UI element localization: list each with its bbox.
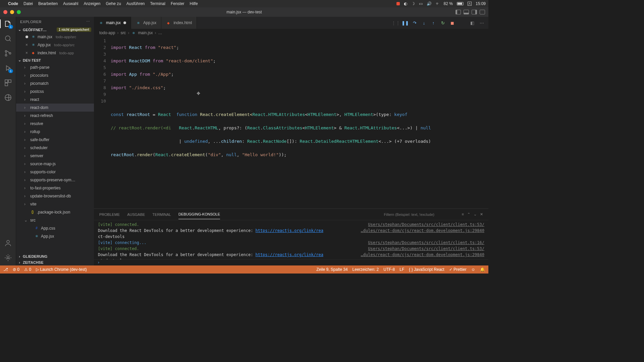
source-link[interactable]: …dules/react-dom/cjs/react-dom.developme… <box>361 228 484 234</box>
breadcrumbs[interactable]: todo-app› src› ⚛main.jsx› … <box>94 29 488 37</box>
status-red-icon[interactable] <box>396 2 400 5</box>
menu-item[interactable]: Fenster <box>171 1 184 6</box>
debug-step-over-icon[interactable]: ↷ <box>412 20 417 25</box>
layout-right-icon[interactable] <box>472 10 477 14</box>
tree-item[interactable]: {}.package-lock.json <box>16 208 94 216</box>
open-editor-item[interactable]: ×⚛App.jsxtodo-app/src <box>16 41 94 49</box>
layout-bottom-icon[interactable] <box>464 10 469 14</box>
tree-item[interactable]: ›rollup <box>16 128 94 136</box>
tree-item[interactable]: ⚛App.jsx <box>16 232 94 240</box>
open-editor-item[interactable]: ⚛main.jsxtodo-app/src <box>16 33 94 41</box>
menu-item[interactable]: Anzeigen <box>84 1 100 6</box>
zoom-window-button[interactable] <box>17 10 21 14</box>
debug-drag-icon[interactable]: ⋮⋮ <box>393 20 398 25</box>
code-editor[interactable]: 12345678910 import React from "react"; i… <box>94 37 488 208</box>
source-link[interactable]: …dules/react-dom/cjs/react-dom.developme… <box>361 252 484 258</box>
tree-item[interactable]: ›semver <box>16 152 94 160</box>
run-debug-icon[interactable]: 1 <box>4 64 12 72</box>
workspace-header[interactable]: ⌄ DEV-TEST <box>16 57 94 63</box>
tree-item[interactable]: ›vite <box>16 200 94 208</box>
tree-item[interactable]: ⌄src <box>16 216 94 224</box>
tree-item[interactable]: ›supports-color <box>16 168 94 176</box>
tree-item[interactable]: ›supports-preserve-sym… <box>16 176 94 184</box>
tree-item[interactable]: ›postcss <box>16 87 94 96</box>
more-actions-icon[interactable]: ⋯ <box>479 20 484 25</box>
status-errors[interactable]: ⊘ 0 <box>13 267 19 272</box>
status-feedback-icon[interactable]: ☺ <box>471 267 475 272</box>
tree-item[interactable]: ›to-fast-properties <box>16 184 94 192</box>
tree-item[interactable]: ›react-refresh <box>16 112 94 120</box>
timeline-header[interactable]: ›ZEITACHSE <box>16 259 94 265</box>
status-warnings[interactable]: ⚠ 0 <box>24 267 31 272</box>
panel-tab-terminal[interactable]: TERMINAL <box>152 210 171 219</box>
source-link[interactable]: Users/stephan/Documents/src/client/clien… <box>368 222 484 228</box>
remote-icon[interactable] <box>4 93 12 102</box>
status-volume-icon[interactable]: 🔊 <box>427 1 432 6</box>
open-editors-header[interactable]: ⌄ GEÖFFNET… 1 nicht gespeichert <box>16 26 94 33</box>
debug-stop-icon[interactable]: ◼ <box>449 20 455 25</box>
debug-step-into-icon[interactable]: ↓ <box>421 20 427 25</box>
status-eol[interactable]: LF <box>399 267 404 272</box>
menu-item[interactable]: Terminal <box>150 1 165 6</box>
battery-pct[interactable]: 82 % <box>444 1 453 6</box>
input-source-icon[interactable]: A <box>468 2 472 6</box>
tree-item[interactable]: ›update-browserslist-db <box>16 192 94 200</box>
source-link[interactable]: Users/stephan/Documents/src/client/clien… <box>368 240 484 246</box>
panel-close-icon[interactable]: ✕ <box>480 212 483 217</box>
outline-header[interactable]: ›GLIEDERUNG <box>16 253 94 259</box>
menu-item[interactable]: Ausführen <box>126 1 145 6</box>
panel-tab-problems[interactable]: PROBLEME <box>99 210 120 219</box>
account-icon[interactable] <box>4 239 12 247</box>
status-debug[interactable]: ▷ Launch Chrome (dev-test) <box>36 267 87 272</box>
panel-settings-icon[interactable]: ≡ <box>462 212 464 217</box>
menu-item[interactable]: Hilfe <box>190 1 198 6</box>
layout-left-icon[interactable] <box>455 10 461 14</box>
status-dnd-icon[interactable]: ☽ <box>411 1 415 6</box>
tree-item[interactable]: #App.css <box>16 224 94 232</box>
tree-item[interactable]: ›resolve <box>16 120 94 128</box>
clock[interactable]: 15:09 <box>476 1 486 6</box>
status-indent[interactable]: Leerzeichen: 2 <box>353 267 379 272</box>
debug-restart-icon[interactable]: ↻ <box>440 20 445 25</box>
panel-clear-icon[interactable]: ⌄ <box>474 212 477 217</box>
panel-collapse-icon[interactable]: ⌃ <box>467 212 470 217</box>
close-editor-icon[interactable]: × <box>25 42 29 48</box>
status-cloud-icon[interactable]: ◐ <box>404 1 407 6</box>
source-control-icon[interactable] <box>4 49 12 58</box>
tree-item[interactable]: ›react <box>16 96 94 104</box>
menu-item[interactable]: Gehe zu <box>106 1 121 6</box>
tree-item[interactable]: ›source-map-js <box>16 160 94 168</box>
split-editor-icon[interactable]: ◧ <box>470 20 475 25</box>
layout-custom-icon[interactable] <box>480 10 485 14</box>
close-editor-icon[interactable]: × <box>25 50 29 56</box>
search-icon[interactable] <box>4 34 12 43</box>
status-language[interactable]: { } JavaScript React <box>409 267 444 272</box>
tree-item[interactable]: ›react-dom <box>16 104 94 112</box>
debug-pause-icon[interactable]: ❚❚ <box>402 20 408 25</box>
editor-tab[interactable]: ⚛App.jsx <box>131 17 161 29</box>
editor-tab[interactable]: ◆index.html <box>161 17 197 29</box>
settings-gear-icon[interactable] <box>4 253 12 262</box>
extensions-icon[interactable] <box>4 78 12 87</box>
tree-item[interactable]: ›scheduler <box>16 144 94 152</box>
panel-tab-output[interactable]: AUSGABE <box>127 210 145 219</box>
tree-item[interactable]: ›path-parse <box>16 63 94 71</box>
explorer-icon[interactable]: 1 <box>4 19 12 28</box>
status-prettier[interactable]: ✓ Prettier <box>449 267 467 272</box>
sidebar-more-icon[interactable]: ⋯ <box>86 19 90 24</box>
menu-app[interactable]: Code <box>8 1 18 6</box>
editor-tab[interactable]: ⚛main.jsx <box>94 17 131 29</box>
tree-item[interactable]: ›safe-buffer <box>16 136 94 144</box>
source-link[interactable]: Users/stephan/Documents/src/client/clien… <box>368 246 484 252</box>
status-wifi-icon[interactable]: ᯤ <box>436 1 440 6</box>
panel-tab-debug-console[interactable]: DEBUGGING-KONSOLE <box>178 209 220 219</box>
status-display-icon[interactable]: ▭ <box>419 1 423 6</box>
status-encoding[interactable]: UTF-8 <box>383 267 395 272</box>
open-editor-item[interactable]: ×◆index.htmltodo-app <box>16 49 94 57</box>
menu-item[interactable]: Bearbeiten <box>38 1 58 6</box>
menu-item[interactable]: Datei <box>23 1 33 6</box>
menu-item[interactable]: Auswahl <box>63 1 78 6</box>
status-remote-icon[interactable]: ⎇ <box>3 267 8 272</box>
minimize-window-button[interactable] <box>10 10 14 14</box>
close-window-button[interactable] <box>3 10 7 14</box>
